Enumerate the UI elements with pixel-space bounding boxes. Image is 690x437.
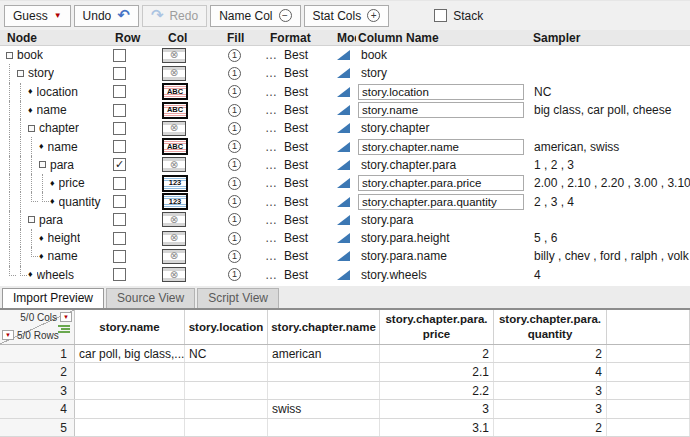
node-label[interactable]: quantity bbox=[59, 195, 101, 209]
node-label[interactable]: story bbox=[28, 66, 54, 80]
row-checkbox[interactable] bbox=[113, 122, 126, 135]
modeling-type-icon[interactable] bbox=[337, 68, 350, 78]
row-number[interactable]: 5 bbox=[0, 419, 75, 437]
fill-icon[interactable]: 1 bbox=[228, 85, 241, 98]
column-name-input[interactable] bbox=[358, 194, 524, 210]
format-value[interactable]: Best bbox=[284, 85, 308, 99]
format-ellipsis-button[interactable]: … bbox=[265, 121, 277, 135]
format-value[interactable]: Best bbox=[284, 176, 308, 190]
node-label[interactable]: name bbox=[48, 140, 78, 154]
numeric-column-icon[interactable]: 123 bbox=[162, 175, 188, 192]
modeling-type-icon[interactable] bbox=[337, 233, 350, 243]
stack-checkbox[interactable] bbox=[434, 9, 447, 22]
fill-icon[interactable]: 1 bbox=[228, 67, 241, 80]
format-value[interactable]: Best bbox=[284, 103, 308, 117]
format-ellipsis-button[interactable]: … bbox=[265, 140, 277, 154]
format-value[interactable]: Best bbox=[284, 48, 308, 62]
format-value[interactable]: Best bbox=[284, 268, 308, 282]
excluded-column-icon[interactable]: ⊗ bbox=[162, 121, 186, 136]
node-label[interactable]: para bbox=[39, 213, 63, 227]
excluded-column-icon[interactable]: ⊗ bbox=[162, 249, 186, 264]
node-label[interactable]: chapter bbox=[39, 121, 79, 135]
stat-cols-button[interactable]: Stat Cols + bbox=[304, 5, 390, 27]
node-label[interactable]: wheels bbox=[37, 268, 74, 282]
fill-icon[interactable]: 1 bbox=[228, 158, 241, 171]
fill-icon[interactable]: 1 bbox=[228, 177, 241, 190]
modeling-type-icon[interactable] bbox=[337, 215, 350, 225]
column-name-input[interactable] bbox=[358, 84, 524, 100]
modeling-type-icon[interactable] bbox=[337, 197, 350, 207]
modeling-type-icon[interactable] bbox=[337, 251, 350, 261]
excluded-column-icon[interactable]: ⊗ bbox=[162, 231, 186, 246]
row-checkbox[interactable] bbox=[113, 49, 126, 62]
fill-icon[interactable]: 1 bbox=[228, 268, 241, 281]
row-checkbox[interactable] bbox=[113, 85, 126, 98]
name-col-button[interactable]: Name Col − bbox=[210, 5, 300, 27]
row-number[interactable]: 2 bbox=[0, 363, 75, 381]
fill-icon[interactable]: 1 bbox=[228, 49, 241, 62]
modeling-type-icon[interactable] bbox=[337, 123, 350, 133]
row-checkbox[interactable] bbox=[113, 250, 126, 263]
column-name-input[interactable] bbox=[358, 102, 524, 118]
row-number[interactable]: 3 bbox=[0, 382, 75, 400]
format-ellipsis-button[interactable]: … bbox=[265, 103, 277, 117]
node-label[interactable]: location bbox=[37, 85, 78, 99]
tab-import-preview[interactable]: Import Preview bbox=[2, 288, 104, 308]
node-label[interactable]: para bbox=[50, 158, 74, 172]
excluded-column-icon[interactable]: ⊗ bbox=[162, 48, 186, 63]
guess-button[interactable]: Guess ▼ bbox=[4, 5, 71, 27]
modeling-type-icon[interactable] bbox=[337, 160, 350, 170]
format-ellipsis-button[interactable]: … bbox=[265, 249, 277, 263]
fill-icon[interactable]: 1 bbox=[228, 195, 241, 208]
row-checkbox[interactable] bbox=[113, 195, 126, 208]
rows-menu-button[interactable]: ▼ bbox=[2, 330, 14, 340]
character-column-icon[interactable]: ABC bbox=[162, 138, 188, 155]
modeling-type-icon[interactable] bbox=[337, 270, 350, 280]
row-checkbox[interactable] bbox=[113, 140, 126, 153]
row-checkbox[interactable] bbox=[113, 177, 126, 190]
node-label[interactable]: height bbox=[48, 231, 81, 245]
row-checkbox[interactable] bbox=[113, 268, 126, 281]
format-value[interactable]: Best bbox=[284, 158, 308, 172]
fill-icon[interactable]: 1 bbox=[228, 213, 241, 226]
redo-button[interactable]: ↷ Redo bbox=[142, 5, 207, 27]
format-ellipsis-button[interactable]: … bbox=[265, 48, 277, 62]
node-label[interactable]: price bbox=[59, 176, 85, 190]
row-checkbox[interactable]: ✓ bbox=[113, 158, 126, 171]
format-value[interactable]: Best bbox=[284, 66, 308, 80]
excluded-column-icon[interactable]: ⊗ bbox=[162, 157, 186, 172]
undo-button[interactable]: Undo ↶ bbox=[74, 5, 139, 27]
node-label[interactable]: name bbox=[37, 103, 67, 117]
format-ellipsis-button[interactable]: … bbox=[265, 268, 277, 282]
tab-script-view[interactable]: Script View bbox=[197, 288, 279, 308]
modeling-type-icon[interactable] bbox=[337, 105, 350, 115]
format-value[interactable]: Best bbox=[284, 231, 308, 245]
column-name-input[interactable] bbox=[358, 175, 524, 191]
format-value[interactable]: Best bbox=[284, 195, 308, 209]
node-label[interactable]: book bbox=[17, 48, 43, 62]
format-value[interactable]: Best bbox=[284, 121, 308, 135]
format-ellipsis-button[interactable]: … bbox=[265, 85, 277, 99]
format-ellipsis-button[interactable]: … bbox=[265, 158, 277, 172]
numeric-column-icon[interactable]: 123 bbox=[162, 193, 188, 210]
tab-source-view[interactable]: Source View bbox=[106, 288, 195, 308]
character-column-icon[interactable]: ABC bbox=[162, 83, 188, 100]
row-number[interactable]: 1 bbox=[0, 345, 75, 363]
format-ellipsis-button[interactable]: … bbox=[265, 176, 277, 190]
format-ellipsis-button[interactable]: … bbox=[265, 231, 277, 245]
fill-icon[interactable]: 1 bbox=[228, 232, 241, 245]
fill-icon[interactable]: 1 bbox=[228, 122, 241, 135]
row-checkbox[interactable] bbox=[113, 67, 126, 80]
format-ellipsis-button[interactable]: … bbox=[265, 66, 277, 80]
format-ellipsis-button[interactable]: … bbox=[265, 195, 277, 209]
excluded-column-icon[interactable]: ⊗ bbox=[162, 66, 186, 81]
row-checkbox[interactable] bbox=[113, 213, 126, 226]
node-label[interactable]: name bbox=[48, 249, 78, 263]
fill-icon[interactable]: 1 bbox=[228, 140, 241, 153]
modeling-type-icon[interactable] bbox=[337, 50, 350, 60]
fill-icon[interactable]: 1 bbox=[228, 104, 241, 117]
character-column-icon[interactable]: ABC bbox=[162, 102, 188, 119]
row-checkbox[interactable] bbox=[113, 232, 126, 245]
fill-icon[interactable]: 1 bbox=[228, 250, 241, 263]
row-checkbox[interactable] bbox=[113, 104, 126, 117]
